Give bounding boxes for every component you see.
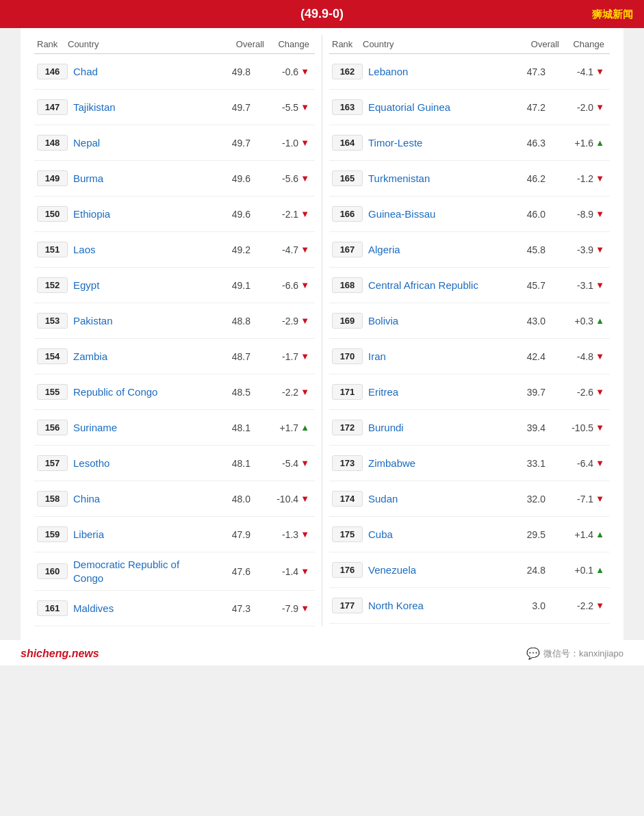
- change-cell: -10.5 ▼: [545, 422, 607, 433]
- table-row: 152 Egypt 49.1 -6.6 ▼: [34, 268, 315, 303]
- main-container: Rank Country Overall Change 146 Chad 49.…: [21, 28, 623, 640]
- rank-badge: 153: [37, 313, 68, 329]
- table-row: 149 Burma 49.6 -5.6 ▼: [34, 161, 315, 196]
- table-row: 163 Equatorial Guinea 47.2 -2.0 ▼: [329, 90, 610, 125]
- country-name: North Korea: [363, 599, 504, 613]
- table-row: 157 Lesotho 48.1 -5.4 ▼: [34, 446, 315, 481]
- country-name: Zimbabwe: [363, 457, 504, 470]
- right-header-overall: Overall: [518, 39, 559, 49]
- change-cell: -1.4 ▼: [250, 566, 312, 577]
- overall-score: 33.1: [504, 458, 545, 469]
- change-value: -1.3: [282, 529, 298, 540]
- country-name: Central African Republic: [363, 279, 504, 292]
- change-value: -6.4: [577, 458, 593, 469]
- overall-score: 47.6: [209, 566, 250, 577]
- change-cell: -8.9 ▼: [545, 209, 607, 220]
- overall-score: 39.7: [504, 387, 545, 398]
- overall-score: 43.0: [504, 316, 545, 327]
- arrow-up-icon: ▲: [595, 138, 604, 148]
- arrow-down-icon: ▼: [300, 458, 309, 468]
- change-cell: +1.4 ▲: [545, 529, 607, 540]
- table-row: 151 Laos 49.2 -4.7 ▼: [34, 232, 315, 268]
- country-name: Bolivia: [363, 314, 504, 328]
- country-name: Sudan: [363, 492, 504, 506]
- rank-badge: 146: [37, 64, 68, 79]
- country-name: Turkmenistan: [363, 172, 504, 186]
- rank-badge: 148: [37, 135, 68, 151]
- overall-score: 49.7: [209, 138, 250, 149]
- arrow-down-icon: ▼: [595, 600, 604, 611]
- change-cell: -7.1 ▼: [545, 494, 607, 505]
- change-value: -7.9: [282, 603, 298, 614]
- change-cell: -2.1 ▼: [250, 209, 312, 220]
- arrow-down-icon: ▼: [300, 351, 309, 361]
- country-name: Cuba: [363, 528, 504, 541]
- change-value: -2.9: [282, 316, 298, 327]
- country-name: Laos: [68, 243, 209, 257]
- arrow-up-icon: ▲: [595, 316, 604, 326]
- country-name: Tajikistan: [68, 101, 209, 114]
- rank-badge: 169: [332, 313, 363, 329]
- change-cell: -2.2 ▼: [545, 600, 607, 611]
- arrow-down-icon: ▼: [300, 387, 309, 397]
- change-value: -2.6: [577, 387, 593, 398]
- arrow-down-icon: ▼: [595, 351, 604, 361]
- overall-score: 32.0: [504, 494, 545, 505]
- arrow-down-icon: ▼: [595, 422, 604, 433]
- country-name: Lebanon: [363, 65, 504, 79]
- change-cell: -4.1 ▼: [545, 66, 607, 77]
- country-name: Venezuela: [363, 563, 504, 577]
- overall-score: 47.2: [504, 102, 545, 113]
- overall-score: 48.1: [209, 422, 250, 433]
- left-header-country: Country: [68, 39, 223, 49]
- change-cell: +1.6 ▲: [545, 138, 607, 149]
- overall-score: 48.8: [209, 316, 250, 327]
- arrow-down-icon: ▼: [300, 244, 309, 255]
- table-row: 174 Sudan 32.0 -7.1 ▼: [329, 481, 610, 517]
- right-header-change: Change: [559, 39, 607, 49]
- overall-score: 49.1: [209, 280, 250, 291]
- overall-score: 45.8: [504, 244, 545, 255]
- left-header-rank: Rank: [37, 39, 68, 49]
- rank-badge: 151: [37, 242, 68, 257]
- rank-badge: 149: [37, 170, 68, 186]
- arrow-up-icon: ▲: [300, 422, 309, 433]
- rank-badge: 175: [332, 526, 363, 542]
- table-row: 164 Timor-Leste 46.3 +1.6 ▲: [329, 125, 610, 161]
- table-row: 162 Lebanon 47.3 -4.1 ▼: [329, 54, 610, 90]
- country-name: Liberia: [68, 528, 209, 541]
- change-cell: -1.0 ▼: [250, 138, 312, 149]
- change-cell: +0.3 ▲: [545, 316, 607, 327]
- change-cell: -3.9 ▼: [545, 244, 607, 255]
- table-row: 176 Venezuela 24.8 +0.1 ▲: [329, 552, 610, 588]
- country-name: Eritrea: [363, 385, 504, 399]
- rank-badge: 172: [332, 420, 363, 435]
- header-title: (49.9-0): [300, 7, 344, 21]
- right-header-rank: Rank: [332, 39, 363, 49]
- country-name: Republic of Congo: [68, 385, 209, 399]
- rank-badge: 177: [332, 598, 363, 613]
- rank-badge: 174: [332, 491, 363, 507]
- rank-badge: 161: [37, 600, 68, 616]
- change-value: -1.4: [282, 566, 298, 577]
- country-name: Algeria: [363, 243, 504, 257]
- change-cell: -5.5 ▼: [250, 102, 312, 113]
- change-cell: -2.6 ▼: [545, 387, 607, 398]
- change-cell: -5.4 ▼: [250, 458, 312, 469]
- change-value: -2.1: [282, 209, 298, 220]
- right-column: Rank Country Overall Change 162 Lebanon …: [329, 35, 610, 626]
- table-row: 159 Liberia 47.9 -1.3 ▼: [34, 517, 315, 552]
- rank-badge: 176: [332, 562, 363, 578]
- change-value: -5.5: [282, 102, 298, 113]
- arrow-down-icon: ▼: [300, 603, 309, 613]
- change-cell: +0.1 ▲: [545, 565, 607, 576]
- change-cell: -2.2 ▼: [250, 387, 312, 398]
- country-name: Pakistan: [68, 314, 209, 328]
- change-value: -3.9: [577, 244, 593, 255]
- country-name: Zambia: [68, 350, 209, 364]
- country-name: Guinea-Bissau: [363, 207, 504, 221]
- table-row: 160 Democratic Republic of Congo 47.6 -1…: [34, 552, 315, 591]
- rank-badge: 167: [332, 242, 363, 257]
- overall-score: 48.7: [209, 351, 250, 362]
- table-row: 147 Tajikistan 49.7 -5.5 ▼: [34, 90, 315, 125]
